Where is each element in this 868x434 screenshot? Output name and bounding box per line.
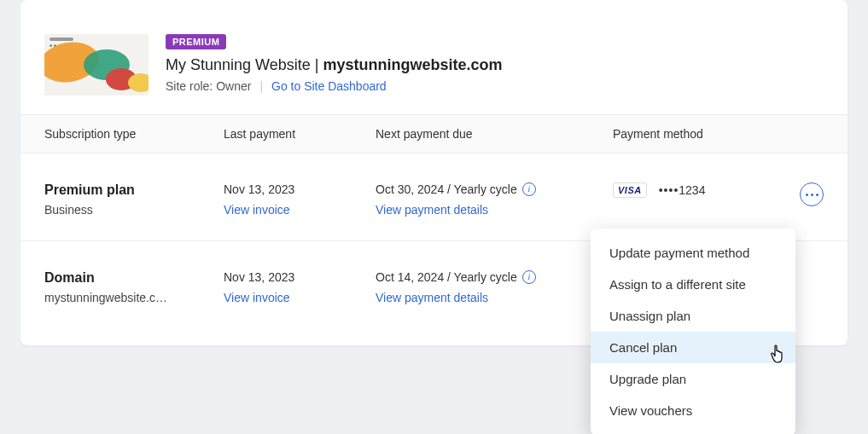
- subscriptions-table-header: Subscription type Last payment Next paym…: [20, 114, 848, 153]
- menu-item-assign-site[interactable]: Assign to a different site: [591, 269, 795, 300]
- view-payment-details-link[interactable]: View payment details: [376, 291, 613, 304]
- plan-name: Premium plan: [44, 182, 224, 198]
- view-payment-details-link[interactable]: View payment details: [376, 203, 613, 217]
- visa-icon: VISA: [613, 182, 647, 198]
- last-payment-date: Nov 13, 2023: [224, 182, 376, 196]
- plan-name: Domain: [44, 270, 224, 286]
- site-domain: mystunningwebsite.com: [323, 56, 502, 73]
- premium-badge: PREMIUM: [166, 34, 226, 49]
- menu-item-update-payment[interactable]: Update payment method: [591, 237, 795, 269]
- site-role: Site role: Owner: [166, 79, 251, 93]
- col-last-payment: Last payment: [224, 127, 376, 141]
- plan-subtitle: mystunningwebsite.c…: [44, 291, 198, 304]
- col-payment-method: Payment method: [613, 127, 772, 141]
- menu-item-unassign-plan[interactable]: Unassign plan: [591, 300, 795, 332]
- info-icon[interactable]: i: [522, 182, 536, 196]
- view-invoice-link[interactable]: View invoice: [224, 203, 376, 217]
- site-title: My Stunning Website | mystunningwebsite.…: [166, 56, 824, 74]
- site-thumbnail[interactable]: [44, 34, 149, 95]
- next-payment-due: Oct 30, 2024 / Yearly cycle i: [376, 182, 613, 196]
- payment-method: VISA ••••1234: [613, 182, 772, 198]
- last-payment-date: Nov 13, 2023: [224, 270, 376, 284]
- menu-item-view-vouchers[interactable]: View vouchers: [591, 395, 795, 426]
- col-next-payment: Next payment due: [376, 127, 613, 141]
- menu-item-cancel-plan[interactable]: Cancel plan: [591, 332, 795, 363]
- next-payment-due: Oct 14, 2024 / Yearly cycle i: [376, 270, 613, 284]
- view-invoice-link[interactable]: View invoice: [224, 291, 376, 304]
- info-icon[interactable]: i: [522, 270, 536, 284]
- site-role-row: Site role: Owner | Go to Site Dashboard: [166, 79, 824, 93]
- site-meta: PREMIUM My Stunning Website | mystunning…: [166, 34, 824, 93]
- site-name: My Stunning Website: [166, 56, 311, 73]
- menu-item-upgrade-plan[interactable]: Upgrade plan: [591, 363, 795, 395]
- col-subscription: Subscription type: [44, 127, 224, 141]
- row-actions-menu: Update payment method Assign to a differ…: [591, 229, 795, 434]
- site-header: PREMIUM My Stunning Website | mystunning…: [20, 0, 848, 114]
- site-dashboard-link[interactable]: Go to Site Dashboard: [271, 79, 387, 93]
- more-actions-button[interactable]: [800, 182, 824, 206]
- plan-subtitle: Business: [44, 203, 198, 217]
